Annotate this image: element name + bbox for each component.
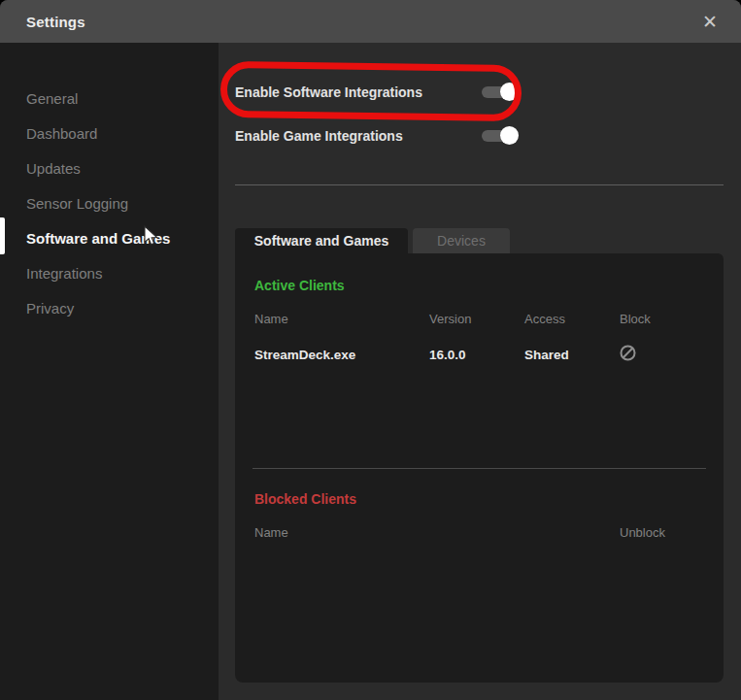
client-access: Shared [524,348,620,362]
software-integrations-label: Enable Software Integrations [235,84,422,100]
column-header-block: Block [620,312,714,326]
active-clients-title: Active Clients [254,278,345,293]
software-and-games-panel: Active Clients Name Version Access Block… [235,253,724,683]
titlebar: Settings ✕ [0,0,741,43]
blocked-clients-title: Blocked Clients [254,491,356,507]
toggle-knob [500,126,519,145]
software-integrations-toggle[interactable] [482,86,517,98]
toggle-knob [500,83,519,101]
column-header-version: Version [429,312,524,326]
block-icon[interactable] [620,345,714,365]
game-integrations-label: Enable Game Integrations [235,128,403,144]
window-title: Settings [26,14,85,30]
column-header-name: Name [254,525,620,540]
client-name: StreamDeck.exe [254,348,429,362]
game-integrations-row: Enable Game Integrations [235,126,517,146]
main-content: Enable Software Integrations Enable Game… [219,43,741,700]
table-row: StreamDeck.exe 16.0.0 Shared [254,345,714,365]
column-header-unblock: Unblock [620,525,714,540]
column-header-name: Name [254,312,429,326]
game-integrations-toggle[interactable] [482,130,517,142]
active-clients-header-row: Name Version Access Block [254,312,714,326]
column-header-access: Access [524,312,620,326]
client-version: 16.0.0 [429,348,524,362]
sidebar-item-updates[interactable]: Updates [0,150,219,185]
software-integrations-row: Enable Software Integrations [235,83,517,102]
section-divider [235,184,724,185]
sidebar-nav: General Dashboard Updates Sensor Logging… [0,43,219,700]
tabbar: Software and Games Devices [235,228,510,253]
panel-divider [253,468,706,469]
blocked-clients-header-row: Name Unblock [254,525,714,540]
sidebar-item-dashboard[interactable]: Dashboard [0,116,219,150]
selected-item-indicator [0,217,5,254]
sidebar-item-software-and-games[interactable]: Software and Games [0,220,219,255]
sidebar-item-general[interactable]: General [0,81,219,116]
sidebar-item-sensor-logging[interactable]: Sensor Logging [0,185,219,220]
sidebar-item-integrations[interactable]: Integrations [0,255,219,290]
close-icon[interactable]: ✕ [698,11,722,33]
settings-window: Settings ✕ General Dashboard Updates Sen… [0,0,741,700]
sidebar-item-privacy[interactable]: Privacy [0,290,219,325]
tab-devices[interactable]: Devices [413,228,510,253]
tab-software-and-games[interactable]: Software and Games [235,228,408,253]
